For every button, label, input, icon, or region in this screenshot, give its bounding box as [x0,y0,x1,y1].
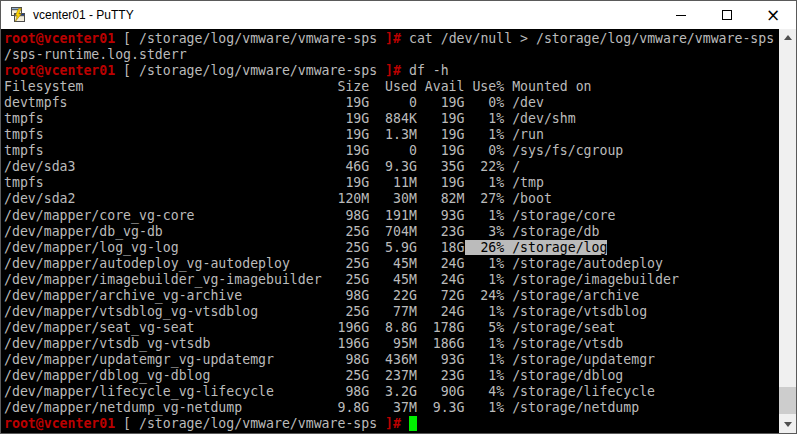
prompt-user: root@vcenter01 [4,31,115,46]
close-icon: × [766,10,780,20]
df-row-text: tmpfs 19G 11M 19G 1% /tmp [4,175,544,190]
putty-window: vcenter01 - PuTTY × root@vcenter01 [ /st… [0,0,797,434]
prompt-path: [ /storage/log/vmware/vmware-sps [115,63,385,78]
prompt-space [401,416,409,431]
scrollbar-track[interactable] [779,46,796,416]
df-row-text: /dev/mapper/netdump_vg-netdump 9.8G 37M … [4,400,639,415]
df-row-text: /dev/mapper/autodeploy_vg-autodeploy 25G… [4,256,663,271]
terminal-line: /sps-runtime.log.stderr [4,47,779,63]
maximize-button[interactable] [704,1,750,29]
terminal-line: /dev/mapper/seat_vg-seat 196G 8.8G 178G … [4,320,779,336]
df-row-text: /dev/mapper/imagebuilder_vg-imagebuilder… [4,272,679,287]
df-row-text: /dev/mapper/vtsdblog_vg-vtsdblog 25G 77M… [4,304,647,319]
df-row-text: tmpfs 19G 884K 19G 1% /dev/shm [4,111,576,126]
terminal-line: /dev/mapper/log_vg-log 25G 5.9G 18G 26% … [4,240,779,256]
terminal-line: tmpfs 19G 0 19G 0% /sys/fs/cgroup [4,143,779,159]
terminal-line: /dev/mapper/autodeploy_vg-autodeploy 25G… [4,256,779,272]
terminal-line: tmpfs 19G 11M 19G 1% /tmp [4,175,779,191]
terminal-line: /dev/sda2 120M 30M 82M 27% /boot [4,191,779,207]
window-title: vcenter01 - PuTTY [33,8,134,22]
selected-text: 26% /storage/log [465,240,608,255]
scrollbar[interactable] [779,29,796,433]
terminal-line: devtmpfs 19G 0 19G 0% /dev [4,95,779,111]
putty-icon [10,7,26,23]
df-row-text: /dev/mapper/lifecycle_vg-lifecycle 98G 3… [4,384,655,399]
prompt-path: [ /storage/log/vmware/vmware-sps [115,31,385,46]
scroll-up-icon [784,35,792,40]
terminal-line: /dev/mapper/db_vg-db 25G 704M 23G 3% /st… [4,224,779,240]
prompt-suffix: ]# [385,416,401,431]
maximize-icon [722,10,732,20]
df-row-text: /dev/mapper/seat_vg-seat 196G 8.8G 178G … [4,320,615,335]
window-body: root@vcenter01 [ /storage/log/vmware/vmw… [1,29,796,433]
prompt-user: root@vcenter01 [4,416,115,431]
titlebar[interactable]: vcenter01 - PuTTY × [1,1,796,29]
df-row-text: /dev/sda3 46G 9.3G 35G 22% / [4,159,520,174]
minimize-icon [676,15,686,16]
terminal-line: /dev/mapper/updatemgr_vg-updatemgr 98G 4… [4,352,779,368]
command-text: df -h [401,63,449,78]
terminal-line: /dev/mapper/archive_vg-archive 98G 22G 7… [4,288,779,304]
terminal-line: tmpfs 19G 884K 19G 1% /dev/shm [4,111,779,127]
df-row-text: devtmpfs 19G 0 19G 0% /dev [4,95,544,110]
df-row-text: /dev/mapper/updatemgr_vg-updatemgr 98G 4… [4,352,655,367]
terminal-line: root@vcenter01 [ /storage/log/vmware/vmw… [4,63,779,79]
terminal-line: /dev/mapper/imagebuilder_vg-imagebuilder… [4,272,779,288]
close-button[interactable]: × [750,1,796,29]
output-text: /sps-runtime.log.stderr [4,47,187,62]
terminal-line: /dev/sda3 46G 9.3G 35G 22% / [4,159,779,175]
prompt-user: root@vcenter01 [4,63,115,78]
terminal-cursor [409,416,417,431]
terminal-line: /dev/mapper/dblog_vg-dblog 25G 237M 23G … [4,368,779,384]
scrollbar-thumb[interactable] [779,387,796,414]
terminal-line: /dev/mapper/netdump_vg-netdump 9.8G 37M … [4,400,779,416]
df-row-text: /dev/mapper/vtsdb_vg-vtsdb 196G 95M 186G… [4,336,623,351]
terminal-line: Filesystem Size Used Avail Use% Mounted … [4,79,779,95]
scroll-up-button[interactable] [779,29,796,46]
df-row-text: /dev/mapper/core_vg-core 98G 191M 93G 1%… [4,208,615,223]
scroll-down-icon [784,422,792,427]
df-row-text: tmpfs 19G 0 19G 0% /sys/fs/cgroup [4,143,623,158]
terminal-line: root@vcenter01 [ /storage/log/vmware/vmw… [4,416,779,432]
prompt-path: [ /storage/log/vmware/vmware-sps [115,416,385,431]
command-text: cat /dev/null > /storage/log/vmware/vmwa… [401,31,774,46]
scroll-down-button[interactable] [779,416,796,433]
terminal-line: /dev/mapper/lifecycle_vg-lifecycle 98G 3… [4,384,779,400]
terminal-line: /dev/mapper/vtsdb_vg-vtsdb 196G 95M 186G… [4,336,779,352]
terminal-line: /dev/mapper/core_vg-core 98G 191M 93G 1%… [4,208,779,224]
df-row-text: /dev/mapper/log_vg-log 25G 5.9G 18G [4,240,465,255]
df-header: Filesystem Size Used Avail Use% Mounted … [4,79,592,94]
prompt-suffix: ]# [385,63,401,78]
df-row-text: tmpfs 19G 1.3M 19G 1% /run [4,127,544,142]
df-row-text: /dev/mapper/db_vg-db 25G 704M 23G 3% /st… [4,224,599,239]
terminal-line: tmpfs 19G 1.3M 19G 1% /run [4,127,779,143]
df-row-text: /dev/mapper/dblog_vg-dblog 25G 237M 23G … [4,368,623,383]
terminal-line: root@vcenter01 [ /storage/log/vmware/vmw… [4,31,779,47]
minimize-button[interactable] [658,1,704,29]
df-row-text: /dev/mapper/archive_vg-archive 98G 22G 7… [4,288,639,303]
df-row-text: /dev/sda2 120M 30M 82M 27% /boot [4,191,552,206]
terminal-screen[interactable]: root@vcenter01 [ /storage/log/vmware/vmw… [1,29,779,433]
prompt-suffix: ]# [385,31,401,46]
terminal-line: /dev/mapper/vtsdblog_vg-vtsdblog 25G 77M… [4,304,779,320]
window-controls: × [658,1,796,29]
